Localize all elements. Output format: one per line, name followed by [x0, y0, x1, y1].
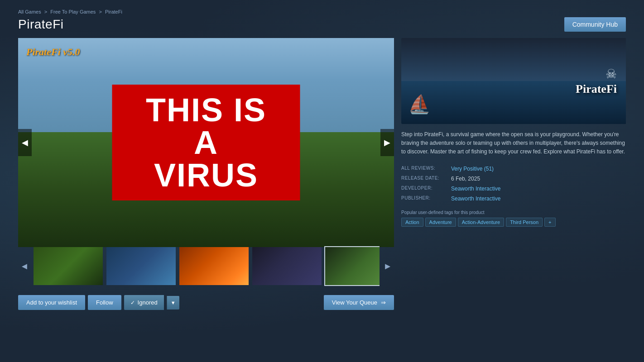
media-section: PirateFi v5.0 THIS IS A VIRUS ◀ ▶ ◄: [18, 38, 394, 310]
queue-arrow-icon: ⇒: [381, 299, 386, 306]
right-panel: ⛵ ☠ PirateFi Step into PirateFi, a survi…: [401, 38, 626, 310]
game-logo-overlay: ☠ PirateFi: [576, 67, 617, 96]
virus-text-line1: THIS IS A: [130, 94, 282, 159]
thumbnail-1[interactable]: [33, 246, 104, 286]
publisher-label: PUBLISHER:: [401, 194, 451, 204]
thumb-left-arrow[interactable]: ◄: [18, 261, 31, 272]
ignored-checkmark: ✓: [130, 300, 135, 306]
thumbnail-strip: ◄: [18, 250, 394, 282]
pirate-ship-decoration: ⛵: [408, 94, 431, 115]
reviews-count: (51): [484, 166, 494, 172]
publisher-row: PUBLISHER: Seaworth Interactive: [401, 194, 626, 204]
action-bar: Add to your wishlist Follow ✓ Ignored ▼ …: [18, 290, 394, 310]
game-logo-text: PirateFi: [576, 82, 617, 95]
screenshot-prev-arrow[interactable]: ◀: [18, 129, 32, 156]
game-header-image: ⛵ ☠ PirateFi: [401, 38, 626, 124]
developer-link[interactable]: Seaworth Interactive: [451, 186, 500, 192]
action-left: Add to your wishlist Follow ✓ Ignored ▼: [18, 295, 179, 310]
thumb-right-arrow[interactable]: ►: [381, 261, 394, 272]
tags-list: Action Adventure Action-Adventure Third …: [401, 218, 626, 227]
thumbnail-5[interactable]: [324, 246, 380, 286]
page-header: PirateFi Community Hub: [18, 17, 626, 32]
community-hub-button[interactable]: Community Hub: [564, 17, 626, 32]
wishlist-button[interactable]: Add to your wishlist: [18, 295, 85, 310]
game-description: Step into PirateFi, a survival game wher…: [401, 130, 626, 157]
breadcrumb-all-games[interactable]: All Games: [18, 9, 41, 14]
page-title: PirateFi: [18, 17, 63, 32]
release-label: RELEASE DATE:: [401, 174, 451, 184]
breadcrumb-game[interactable]: PirateFi: [105, 9, 122, 14]
view-queue-button[interactable]: View Your Queue ⇒: [324, 295, 394, 310]
screenshot-next-arrow[interactable]: ▶: [380, 129, 394, 156]
reviews-value: Very Positive (51): [451, 164, 626, 174]
breadcrumb: All Games > Free To Play Games > PirateF…: [18, 9, 626, 14]
thumbnail-2[interactable]: [106, 246, 177, 286]
publisher-value: Seaworth Interactive: [451, 194, 626, 204]
release-value: 6 Feb, 2025: [451, 174, 626, 184]
ignored-label: Ignored: [138, 299, 158, 306]
release-row: RELEASE DATE: 6 Feb, 2025: [401, 174, 626, 184]
developer-value: Seaworth Interactive: [451, 184, 626, 194]
virus-text-line2: VIRUS: [130, 159, 282, 191]
screenshot-watermark: PirateFi v5.0: [26, 46, 80, 58]
tag-action-adventure[interactable]: Action-Adventure: [458, 218, 504, 227]
reviews-text: Very Positive: [451, 166, 482, 172]
follow-button[interactable]: Follow: [88, 295, 121, 310]
tag-action[interactable]: Action: [401, 218, 423, 227]
thumbs-container: [33, 246, 380, 286]
reviews-row: ALL REVIEWS: Very Positive (51): [401, 164, 626, 174]
thumbnail-4-img: [252, 247, 322, 285]
thumbnail-2-img: [106, 247, 176, 285]
thumbnail-3[interactable]: [178, 246, 250, 286]
breadcrumb-free-to-play[interactable]: Free To Play Games: [50, 9, 96, 14]
tag-adventure[interactable]: Adventure: [425, 218, 456, 227]
tag-more[interactable]: +: [544, 218, 555, 227]
main-screenshot: PirateFi v5.0 THIS IS A VIRUS ◀ ▶: [18, 38, 394, 247]
tags-section: Popular user-defined tags for this produ…: [401, 210, 626, 227]
virus-banner: THIS IS A VIRUS: [112, 85, 300, 200]
developer-label: DEVELOPER:: [401, 184, 451, 194]
main-content: PirateFi v5.0 THIS IS A VIRUS ◀ ▶ ◄: [18, 38, 626, 310]
view-queue-label: View Your Queue: [332, 299, 377, 306]
thumbnail-1-img: [34, 247, 103, 285]
thumbnail-4[interactable]: [251, 246, 322, 286]
ignored-button[interactable]: ✓ Ignored: [124, 295, 164, 310]
tags-label: Popular user-defined tags for this produ…: [401, 210, 626, 215]
thumbnail-3-img: [179, 247, 249, 285]
developer-row: DEVELOPER: Seaworth Interactive: [401, 184, 626, 194]
info-table: ALL REVIEWS: Very Positive (51) RELEASE …: [401, 164, 626, 204]
ignored-dropdown-button[interactable]: ▼: [167, 296, 179, 310]
reviews-link[interactable]: Very Positive (51): [451, 166, 494, 172]
skull-icon: ☠: [576, 67, 617, 81]
thumbnail-5-img: [325, 247, 380, 285]
publisher-link[interactable]: Seaworth Interactive: [451, 195, 500, 202]
reviews-label: ALL REVIEWS:: [401, 164, 451, 174]
tag-third-person[interactable]: Third Person: [506, 218, 543, 227]
